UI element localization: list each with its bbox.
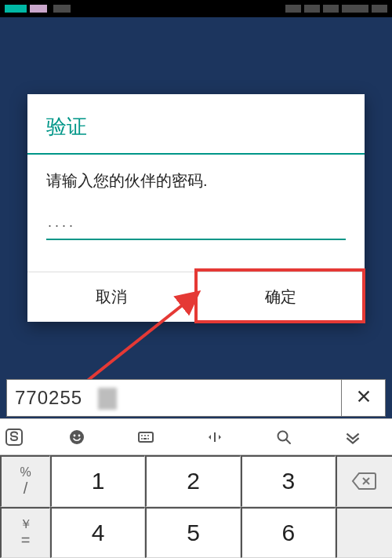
- key-label-bot: =: [21, 532, 31, 548]
- svg-line-14: [286, 439, 290, 443]
- cursor-move-button[interactable]: [180, 428, 249, 447]
- key-label-bot: /: [24, 480, 28, 496]
- clear-id-button[interactable]: [341, 380, 385, 416]
- svg-point-6: [141, 435, 143, 436]
- num-key-3[interactable]: 3: [241, 455, 336, 507]
- partner-id-bar: [6, 379, 386, 417]
- close-icon: [355, 388, 372, 405]
- num-key-6[interactable]: 6: [241, 507, 336, 559]
- cursor-move-icon: [205, 428, 224, 447]
- num-key-1[interactable]: 1: [50, 455, 145, 507]
- ime-logo-button[interactable]: [5, 428, 42, 447]
- keyboard-icon: [136, 428, 155, 447]
- key-label-top: %: [20, 466, 31, 479]
- soft-keyboard: % / 1 2 3 ￥ = 4 5 6: [0, 419, 392, 558]
- confirm-button[interactable]: 确定: [196, 272, 365, 322]
- symbol-key-percent-slash[interactable]: % /: [0, 455, 50, 507]
- cancel-button[interactable]: 取消: [27, 272, 196, 322]
- svg-point-10: [147, 438, 149, 439]
- backspace-icon: [351, 471, 378, 491]
- hide-keyboard-button[interactable]: [318, 427, 387, 447]
- partner-id-input[interactable]: [7, 387, 341, 409]
- num-key-2[interactable]: 2: [145, 455, 240, 507]
- redaction-blur: [98, 388, 117, 410]
- svg-point-2: [70, 430, 84, 444]
- sogou-logo-icon: [5, 428, 24, 447]
- status-indicator: [5, 5, 27, 13]
- dialog-title: 验证: [27, 94, 365, 153]
- enter-key-partial[interactable]: [336, 507, 392, 559]
- status-indicator: [30, 5, 47, 13]
- password-input[interactable]: [46, 212, 346, 240]
- dialog-button-row: 取消 确定: [27, 272, 365, 322]
- search-button[interactable]: [249, 428, 318, 447]
- emoji-icon: [67, 428, 86, 447]
- search-icon: [274, 428, 293, 447]
- svg-rect-12: [214, 432, 216, 442]
- svg-point-4: [78, 434, 81, 436]
- svg-point-8: [147, 435, 149, 436]
- key-label-top: ￥: [20, 518, 32, 531]
- svg-point-7: [144, 435, 146, 436]
- status-right: [282, 2, 387, 16]
- chevron-down-icon: [343, 427, 363, 447]
- keyboard-layout-button[interactable]: [111, 428, 180, 447]
- svg-point-9: [141, 438, 143, 439]
- svg-rect-5: [139, 432, 153, 442]
- backspace-key[interactable]: [336, 455, 392, 507]
- num-key-5[interactable]: 5: [145, 507, 240, 559]
- svg-point-3: [74, 434, 76, 436]
- keyboard-toolbar: [0, 419, 392, 455]
- svg-rect-11: [143, 438, 147, 439]
- num-key-4[interactable]: 4: [50, 507, 145, 559]
- verify-dialog: 验证 请输入您的伙伴的密码. 取消 确定: [27, 94, 365, 322]
- status-indicator: [53, 5, 71, 13]
- symbol-key-yen-equals[interactable]: ￥ =: [0, 507, 50, 559]
- status-bar: [0, 0, 392, 17]
- dialog-message: 请输入您的伙伴的密码.: [46, 170, 346, 191]
- emoji-button[interactable]: [42, 428, 111, 447]
